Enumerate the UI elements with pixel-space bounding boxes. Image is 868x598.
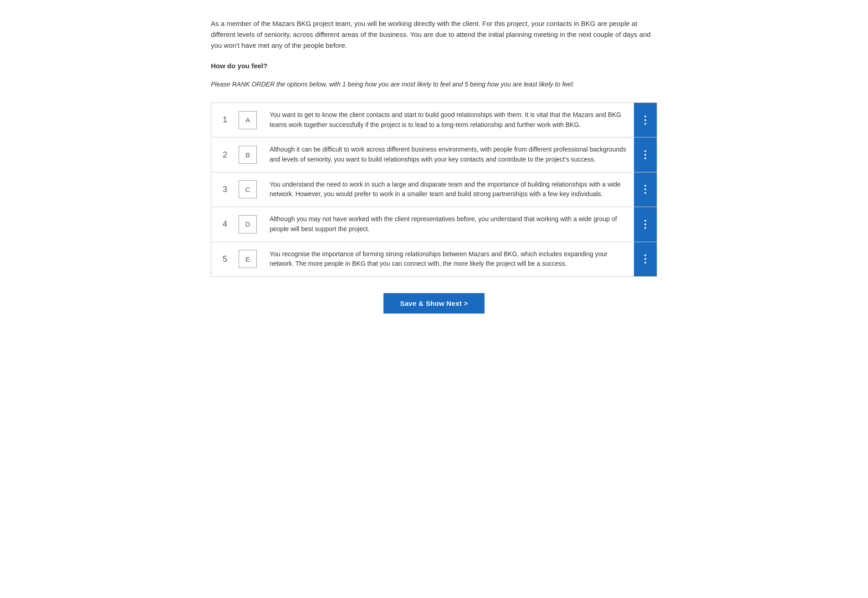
drag-dots-icon bbox=[644, 254, 646, 264]
rank-item: 1AYou want to get to know the client con… bbox=[211, 102, 657, 137]
rank-item-text: Although it can be difficult to work acr… bbox=[266, 137, 634, 172]
drag-dots-icon bbox=[644, 116, 646, 125]
rank-item: 5EYou recognise the importance of formin… bbox=[211, 242, 657, 277]
drag-handle[interactable] bbox=[634, 137, 657, 172]
rank-letter-box: D bbox=[239, 215, 257, 233]
drag-dots-icon bbox=[644, 185, 646, 194]
rank-number: 5 bbox=[211, 247, 239, 271]
drag-handle[interactable] bbox=[634, 207, 657, 241]
rank-letter-box: B bbox=[239, 146, 257, 164]
intro-text: As a member of the Mazars BKG project te… bbox=[211, 18, 657, 51]
save-show-next-button[interactable]: Save & Show Next > bbox=[383, 293, 484, 314]
rank-list: 1AYou want to get to know the client con… bbox=[211, 102, 657, 277]
rank-number: 4 bbox=[211, 212, 239, 236]
button-row: Save & Show Next > bbox=[211, 293, 657, 314]
rank-item: 3CYou understand the need to work in suc… bbox=[211, 172, 657, 207]
instruction-text: Please RANK ORDER the options below, wit… bbox=[211, 81, 657, 88]
drag-dots-icon bbox=[644, 150, 646, 159]
drag-handle[interactable] bbox=[634, 103, 657, 137]
rank-item: 4DAlthough you may not have worked with … bbox=[211, 207, 657, 241]
rank-number: 2 bbox=[211, 143, 239, 167]
rank-letter-box: A bbox=[239, 111, 257, 129]
question-label: How do you feel? bbox=[211, 62, 657, 70]
rank-item-text: You want to get to know the client conta… bbox=[266, 103, 634, 137]
rank-item-text: Although you may not have worked with th… bbox=[266, 207, 634, 241]
drag-dots-icon bbox=[644, 220, 646, 229]
rank-letter-box: C bbox=[239, 180, 257, 198]
rank-number: 3 bbox=[211, 177, 239, 202]
rank-letter-box: E bbox=[239, 250, 257, 268]
drag-handle[interactable] bbox=[634, 172, 657, 207]
rank-number: 1 bbox=[211, 108, 239, 132]
drag-handle[interactable] bbox=[634, 242, 657, 276]
rank-item-text: You recognise the importance of forming … bbox=[266, 242, 634, 276]
rank-item-text: You understand the need to work in such … bbox=[266, 172, 634, 207]
rank-item: 2BAlthough it can be difficult to work a… bbox=[211, 137, 657, 172]
